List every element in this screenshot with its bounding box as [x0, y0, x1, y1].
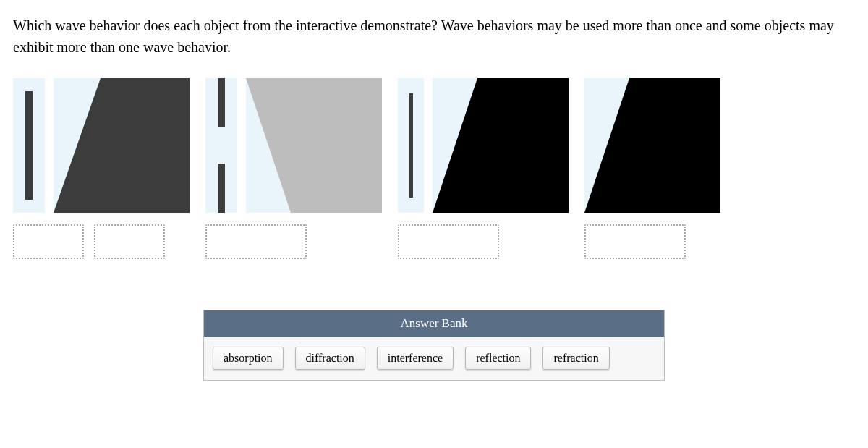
object-group-1: [13, 78, 190, 259]
thin-slit-icon: [398, 78, 424, 213]
svg-marker-1: [246, 78, 382, 213]
slit-bar-icon: [25, 91, 33, 200]
dark-wedge-icon: [54, 78, 190, 213]
svg-marker-2: [433, 78, 569, 213]
object-3-dropzones: [398, 224, 569, 259]
chip-interference[interactable]: interference: [377, 347, 454, 370]
object-group-4: [584, 78, 720, 259]
object-1-dropzones: [13, 224, 190, 259]
single-slit-icon: [13, 78, 45, 213]
black-wedge-2-icon: [584, 78, 720, 213]
slit-half-top-icon: [218, 78, 225, 127]
double-slit-icon: [205, 78, 237, 213]
question-text: Which wave behavior does each object fro…: [13, 14, 855, 58]
answer-bank-body: absorption diffraction interference refl…: [204, 337, 664, 380]
thin-bar-icon: [409, 93, 413, 198]
object-4-dropzones: [584, 224, 720, 259]
slit-half-bottom-icon: [218, 164, 225, 213]
object-2-visuals: [205, 78, 382, 213]
black-wedge-icon: [433, 78, 569, 213]
answer-bank: Answer Bank absorption diffraction inter…: [203, 310, 665, 381]
dropzone-1b[interactable]: [94, 224, 165, 259]
svg-marker-0: [54, 78, 190, 213]
objects-row: [13, 78, 855, 259]
chip-absorption[interactable]: absorption: [213, 347, 284, 370]
dropzone-1a[interactable]: [13, 224, 84, 259]
gray-wedge-icon: [246, 78, 382, 213]
dropzone-2[interactable]: [205, 224, 307, 259]
chip-refraction[interactable]: refraction: [542, 347, 609, 370]
answer-bank-title: Answer Bank: [204, 310, 664, 337]
dropzone-3[interactable]: [398, 224, 499, 259]
object-4-visuals: [584, 78, 720, 213]
svg-marker-3: [584, 78, 720, 213]
chip-reflection[interactable]: reflection: [465, 347, 531, 370]
object-1-visuals: [13, 78, 190, 213]
object-group-3: [398, 78, 569, 259]
object-3-visuals: [398, 78, 569, 213]
chip-diffraction[interactable]: diffraction: [295, 347, 365, 370]
object-group-2: [205, 78, 382, 259]
object-2-dropzones: [205, 224, 382, 259]
dropzone-4[interactable]: [584, 224, 686, 259]
